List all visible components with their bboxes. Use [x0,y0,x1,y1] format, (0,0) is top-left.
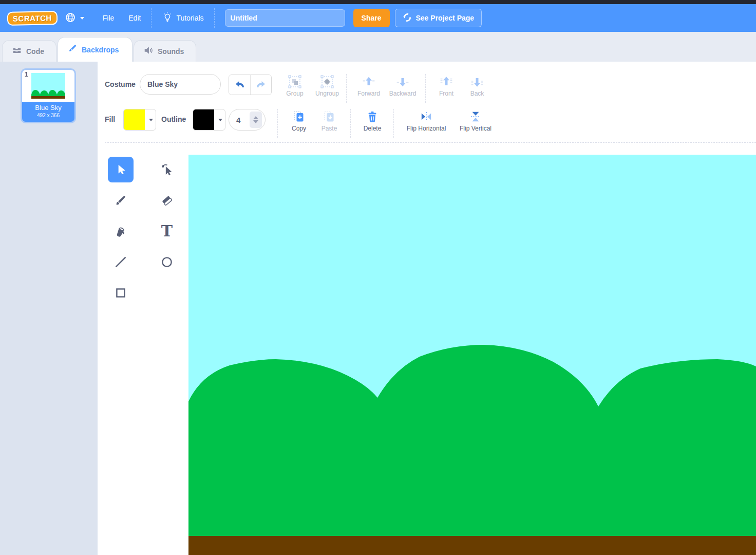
toolbar-divider [393,109,394,138]
see-project-page-button[interactable]: See Project Page [395,9,482,27]
trash-icon [366,110,379,123]
ungroup-label: Ungroup [315,90,339,97]
text-tool-icon: T [161,224,173,239]
backdrop-drawing [188,155,756,555]
eraser-icon [160,194,174,207]
back-label: Back [470,90,484,97]
tab-strip: Code Backdrops Sounds [0,32,756,62]
paint-editor: Costume [98,62,756,555]
flip-horizontal-label: Flip Horizontal [407,125,446,132]
back-button[interactable]: Back [463,72,491,105]
layer-back-icon [470,75,484,88]
toolbar-row-2: Fill Outline [98,107,756,140]
costume-name-input[interactable] [140,74,221,95]
select-cursor-icon [114,163,127,176]
backdrop-index: 1 [25,71,28,78]
tool-reshape-button[interactable] [154,157,180,182]
backdrop-name: Blue Sky [23,103,73,112]
menu-tutorials-label: Tutorials [176,14,203,22]
layer-front-icon [440,75,453,88]
stepper-down-icon[interactable] [253,120,258,123]
paintbrush-icon [67,44,78,55]
forward-label: Forward [357,90,380,97]
backdrop-thumbnail-image [31,73,65,99]
flip-vertical-icon [469,110,482,123]
tool-brush-button[interactable] [108,188,134,213]
brush-icon [114,194,127,207]
ground-shape [188,536,756,555]
chevron-down-icon [80,17,84,20]
toolbar-row-1: Costume [98,72,756,105]
outline-caret [214,109,225,130]
paint-canvas[interactable] [188,155,756,555]
menu-file[interactable]: File [96,4,122,32]
stroke-width-stepper[interactable] [250,112,262,128]
paint-bucket-icon [114,225,127,238]
tool-rectangle-button[interactable] [108,280,134,306]
undo-icon [234,79,246,91]
backdrop-list-panel: 1 Blue Sky 492 x 366 [0,62,98,555]
tab-sounds[interactable]: Sounds [134,40,196,62]
paste-button[interactable]: Paste [315,107,343,140]
tab-code[interactable]: Code [2,40,56,62]
hills-shape [188,345,756,555]
toolbar-divider [277,109,278,138]
code-blocks-icon [12,45,22,57]
paste-icon [323,110,335,123]
language-selector[interactable] [58,4,91,32]
undo-button[interactable] [229,75,250,95]
forward-button[interactable]: Forward [353,72,384,105]
redo-button[interactable] [250,75,271,95]
backdrop-item-blue-sky[interactable]: 1 Blue Sky 492 x 366 [21,68,76,123]
scratch-logo[interactable]: SCRATCH [7,11,58,26]
tab-sounds-label: Sounds [158,47,184,55]
lightbulb-icon [162,12,173,25]
stroke-width-control [229,109,266,131]
delete-label: Delete [364,125,382,132]
speaker-icon [143,45,154,57]
outline-color-picker[interactable] [193,109,225,131]
copy-label: Copy [292,125,306,132]
fill-caret [145,109,156,130]
project-name-input[interactable] [225,9,345,27]
stepper-up-icon[interactable] [253,116,258,119]
tool-circle-button[interactable] [154,249,180,275]
ungroup-button[interactable]: Ungroup [311,72,344,105]
tool-fill-button[interactable] [108,218,134,244]
stroke-width-input[interactable] [236,116,247,124]
menu-tutorials[interactable]: Tutorials [155,4,211,32]
reshape-icon [160,163,174,176]
copy-button[interactable]: Copy [286,107,312,140]
fill-color-swatch [124,109,145,130]
redo-icon [255,79,267,91]
window-top-strip [0,0,756,4]
fill-label: Fill [105,115,115,123]
copy-icon [293,110,305,123]
flip-vertical-label: Flip Vertical [460,125,492,132]
tab-backdrops-label: Backdrops [82,46,119,54]
toolbar-divider [346,74,347,103]
backdrop-label: Blue Sky 492 x 366 [22,102,74,122]
layer-forward-icon [362,75,375,88]
share-button[interactable]: Share [353,9,390,27]
fill-color-picker[interactable] [123,109,156,131]
menu-edit[interactable]: Edit [121,4,148,32]
tab-backdrops[interactable]: Backdrops [58,37,133,62]
outline-label: Outline [161,115,186,123]
front-button[interactable]: Front [432,72,460,105]
outline-color-swatch [193,109,214,130]
flip-vertical-button[interactable]: Flip Vertical [454,107,497,140]
ungroup-icon [320,75,334,88]
line-icon [114,255,127,269]
tool-select-button[interactable] [108,157,134,182]
tool-text-button[interactable]: T [154,218,180,244]
flip-horizontal-button[interactable]: Flip Horizontal [401,107,452,140]
group-label: Group [286,90,303,97]
tool-eraser-button[interactable] [154,188,180,213]
delete-button[interactable]: Delete [357,107,387,140]
group-button[interactable]: Group [280,72,310,105]
backward-button[interactable]: Backward [385,72,420,105]
menubar-divider [151,8,152,28]
group-icon [288,75,301,88]
tool-line-button[interactable] [108,249,134,275]
